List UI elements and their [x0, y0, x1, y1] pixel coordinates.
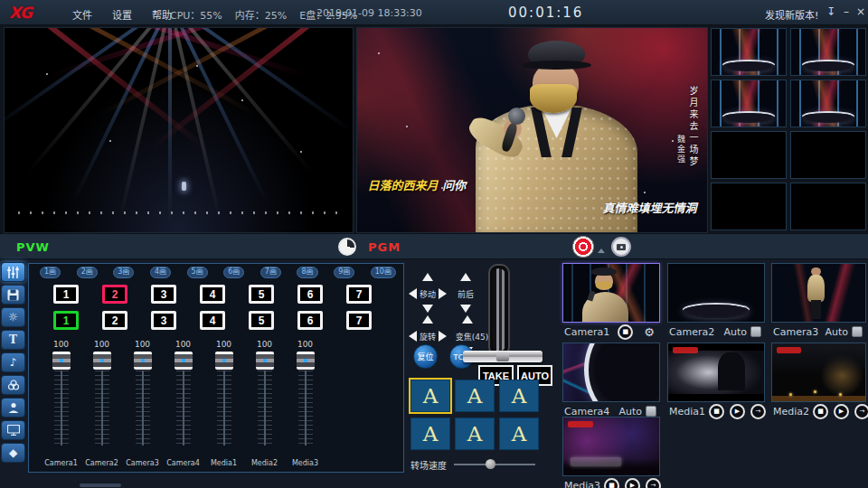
transition-effect-button-2[interactable]: A [455, 380, 495, 412]
arrow-up-icon[interactable] [422, 273, 433, 281]
play-icon[interactable]: ▶ [625, 478, 640, 488]
t-bar-track[interactable] [488, 264, 510, 356]
pvw-input-button-3[interactable]: 3 [151, 311, 176, 330]
auto-checkbox[interactable] [750, 326, 761, 337]
fader-track[interactable] [258, 371, 272, 446]
layout-pill-5[interactable]: 5画 [187, 267, 208, 278]
fader-slider[interactable] [253, 352, 277, 446]
fader-slider[interactable] [212, 352, 236, 446]
transition-effect-button-3[interactable]: A [499, 380, 539, 412]
fader-track[interactable] [95, 371, 109, 446]
transition-effect-button-1[interactable]: A [410, 380, 450, 412]
fader-track[interactable] [54, 371, 69, 446]
fader-handle[interactable] [215, 352, 233, 370]
timer-icon[interactable] [338, 238, 356, 256]
multiview-thumb-6[interactable] [790, 131, 866, 179]
source-thumbnail[interactable] [667, 343, 765, 402]
pvw-input-button-2[interactable]: 2 [102, 311, 127, 330]
sidebar-item-save[interactable] [1, 285, 25, 305]
source-thumbnail[interactable] [562, 263, 660, 323]
layout-pill-10[interactable]: 10画 [371, 267, 396, 278]
multiview-thumb-3[interactable] [711, 80, 787, 127]
play-icon[interactable]: ▶ [730, 404, 745, 419]
arrow-up-icon[interactable] [462, 315, 473, 324]
multiview-thumb-1[interactable] [711, 28, 787, 76]
arrow-down-icon[interactable] [460, 305, 471, 313]
transition-effect-button-5[interactable]: A [455, 418, 495, 450]
fader-track[interactable] [217, 371, 231, 446]
menu-file[interactable]: 文件 [72, 7, 92, 22]
layout-pill-7[interactable]: 7画 [260, 267, 281, 278]
minimize-icon[interactable]: – [840, 5, 853, 18]
sidebar-item-display[interactable] [1, 420, 25, 440]
fader-slider[interactable] [50, 352, 73, 446]
stop-icon[interactable]: ■ [618, 324, 633, 340]
fader-slider[interactable] [90, 352, 114, 446]
layout-pill-9[interactable]: 9画 [334, 267, 354, 278]
stop-icon[interactable]: ■ [813, 404, 828, 419]
auto-checkbox[interactable] [852, 326, 863, 337]
fader-handle[interactable] [256, 352, 274, 370]
pgm-input-button-5[interactable]: 5 [249, 285, 274, 304]
gear-icon[interactable]: ⚙ [644, 325, 655, 339]
multiview-thumb-4[interactable] [790, 80, 866, 127]
pvw-input-button-7[interactable]: 7 [346, 311, 372, 330]
fader-handle[interactable] [297, 352, 315, 370]
next-icon[interactable]: → [646, 478, 661, 488]
record-button[interactable] [572, 236, 594, 258]
play-icon[interactable]: ▶ [834, 404, 849, 419]
close-icon[interactable]: × [854, 5, 867, 18]
sidebar-item-audio[interactable]: ♪ [1, 352, 25, 372]
source-tile-camera1[interactable]: Camera1 ■ ⚙ [562, 263, 660, 341]
sidebar-item-lighting[interactable]: ☼ [1, 307, 25, 327]
arrow-down-icon[interactable] [422, 305, 433, 313]
auto-checkbox[interactable] [646, 406, 656, 417]
fader-handle[interactable] [93, 352, 111, 370]
pgm-input-button-4[interactable]: 4 [200, 285, 225, 304]
fader-track[interactable] [298, 371, 313, 446]
layout-pill-4[interactable]: 4画 [150, 267, 171, 278]
update-notice-link[interactable]: 发现新版本! [765, 7, 818, 22]
fader-handle[interactable] [175, 352, 193, 370]
fader-handle[interactable] [52, 352, 71, 370]
fader-slider[interactable] [172, 352, 195, 446]
pvw-input-button-6[interactable]: 6 [297, 311, 323, 330]
arrow-up-icon[interactable] [460, 273, 471, 281]
stop-icon[interactable]: ■ [709, 404, 724, 419]
source-thumbnail[interactable] [667, 263, 765, 323]
pgm-input-button-2[interactable]: 2 [102, 285, 127, 304]
horizontal-scrollbar[interactable] [80, 483, 121, 487]
source-tile-camera3[interactable]: Camera3 Auto [771, 263, 866, 341]
transition-effect-button-4[interactable]: A [410, 418, 450, 450]
fader-handle[interactable] [134, 352, 152, 370]
ptz-move-pad[interactable]: 移动 [410, 273, 445, 313]
multiview-thumb-2[interactable] [790, 28, 866, 76]
minimize-to-tray-icon[interactable]: ↧ [825, 5, 837, 18]
sidebar-item-scenes[interactable]: ◆ [1, 443, 25, 463]
pvw-monitor[interactable] [4, 27, 354, 233]
fader-slider[interactable] [294, 352, 317, 446]
source-tile-camera4[interactable]: Camera4 Auto [562, 343, 660, 420]
multiview-thumb-8[interactable] [790, 183, 866, 230]
pgm-input-button-1[interactable]: 1 [53, 285, 79, 304]
fader-track[interactable] [136, 371, 150, 446]
multiview-thumb-5[interactable] [711, 131, 787, 179]
reset-button[interactable]: 复位 [413, 344, 438, 369]
sidebar-item-text[interactable]: T [1, 330, 25, 350]
source-thumbnail[interactable] [771, 343, 866, 402]
source-thumbnail[interactable] [562, 343, 660, 402]
pgm-input-button-3[interactable]: 3 [151, 285, 176, 304]
fader-track[interactable] [176, 371, 191, 446]
pvw-input-button-1[interactable]: 1 [53, 311, 79, 330]
source-thumbnail[interactable] [771, 263, 866, 323]
layout-pill-2[interactable]: 2画 [77, 267, 98, 278]
layout-pill-3[interactable]: 3画 [113, 267, 134, 278]
stop-icon[interactable]: ■ [604, 478, 619, 488]
menu-help[interactable]: 帮助 [152, 7, 172, 22]
next-icon[interactable]: → [854, 404, 868, 419]
record-options-arrow-icon[interactable] [598, 249, 605, 253]
transition-speed-knob[interactable] [486, 459, 495, 469]
multiview-thumb-7[interactable] [711, 183, 787, 230]
source-thumbnail[interactable] [562, 417, 660, 476]
sidebar-item-effects[interactable] [1, 375, 25, 395]
